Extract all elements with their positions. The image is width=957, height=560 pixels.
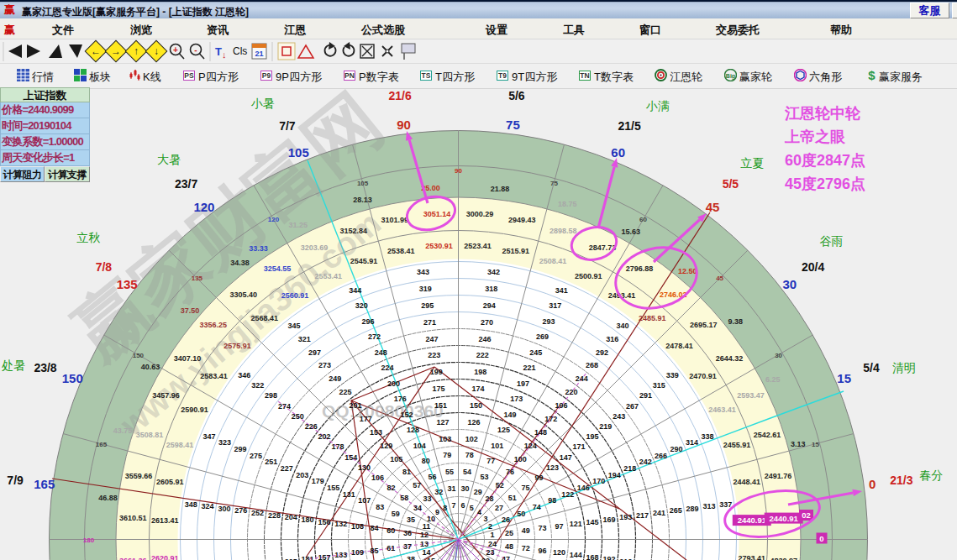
svg-text:315: 315 [653, 381, 665, 390]
svg-text:342: 342 [487, 268, 500, 276]
svg-text:35: 35 [407, 516, 415, 524]
svg-text:132: 132 [334, 520, 347, 528]
svg-text:81: 81 [402, 468, 411, 476]
svg-text:221: 221 [523, 364, 536, 372]
svg-text:246: 246 [478, 335, 491, 343]
svg-text:56: 56 [428, 473, 436, 481]
svg-text:76: 76 [506, 468, 514, 476]
svg-text:2898.58: 2898.58 [549, 227, 577, 235]
svg-text:2463.41: 2463.41 [708, 406, 736, 414]
svg-text:5/4: 5/4 [863, 361, 880, 374]
svg-text:101: 101 [491, 442, 503, 450]
svg-text:15: 15 [837, 371, 851, 385]
svg-text:大暑: 大暑 [157, 153, 181, 166]
svg-text:275: 275 [250, 452, 262, 460]
svg-text:52: 52 [496, 481, 504, 489]
svg-text:02: 02 [802, 510, 811, 520]
svg-text:97: 97 [555, 522, 563, 531]
svg-text:15: 15 [812, 441, 819, 448]
svg-text:21/5: 21/5 [618, 119, 640, 133]
svg-text:123: 123 [546, 463, 559, 472]
svg-text:227: 227 [281, 464, 293, 473]
svg-text:26: 26 [502, 516, 510, 524]
svg-text:7/8: 7/8 [96, 260, 113, 274]
svg-text:202: 202 [318, 432, 330, 441]
svg-text:168: 168 [586, 553, 599, 560]
svg-text:105: 105 [357, 180, 369, 187]
svg-text:30: 30 [460, 484, 469, 493]
svg-text:99: 99 [534, 474, 543, 482]
svg-text:294: 294 [483, 301, 496, 310]
svg-text:2583.41: 2583.41 [200, 372, 228, 380]
svg-text:104: 104 [413, 442, 426, 450]
svg-text:45: 45 [716, 275, 723, 282]
svg-text:15: 15 [427, 557, 435, 560]
svg-text:23: 23 [486, 548, 494, 557]
svg-text:2644.32: 2644.32 [716, 354, 744, 363]
svg-text:346: 346 [238, 371, 250, 379]
svg-text:201: 201 [350, 401, 362, 410]
svg-text:133: 133 [334, 551, 347, 559]
svg-text:176: 176 [394, 395, 407, 403]
svg-text:225: 225 [339, 388, 351, 396]
svg-text:2508.41: 2508.41 [539, 257, 567, 265]
svg-text:3.13: 3.13 [791, 440, 806, 448]
svg-text:299: 299 [234, 445, 246, 453]
svg-text:120: 120 [268, 216, 280, 223]
svg-text:2478.41: 2478.41 [665, 342, 693, 350]
svg-text:2590.91: 2590.91 [181, 406, 208, 414]
svg-text:2949.43: 2949.43 [508, 216, 536, 224]
svg-text:↓: ↓ [154, 45, 159, 57]
svg-text:28.13: 28.13 [353, 196, 372, 204]
svg-text:-: - [194, 45, 197, 55]
svg-text:18.75: 18.75 [558, 200, 577, 208]
svg-text:320: 320 [355, 301, 368, 310]
svg-text:3457.96: 3457.96 [152, 391, 180, 400]
svg-text:清明: 清明 [892, 361, 916, 374]
svg-text:2593.47: 2593.47 [737, 391, 765, 400]
svg-text:300: 300 [218, 505, 230, 513]
svg-text:154: 154 [344, 453, 357, 462]
svg-text:3407.10: 3407.10 [174, 354, 202, 363]
svg-text:↑: ↑ [134, 45, 139, 57]
svg-text:45: 45 [706, 200, 720, 214]
svg-text:75: 75 [522, 484, 530, 492]
svg-text:156: 156 [318, 518, 330, 526]
svg-text:33: 33 [423, 495, 431, 503]
svg-text:3356.25: 3356.25 [200, 321, 228, 329]
svg-text:252: 252 [251, 509, 264, 517]
svg-text:153: 153 [370, 428, 382, 437]
svg-text:27: 27 [495, 504, 503, 512]
svg-text:51: 51 [508, 494, 517, 502]
svg-text:180: 180 [83, 536, 95, 544]
svg-text:2560.91: 2560.91 [281, 291, 309, 300]
svg-text:60度2847点: 60度2847点 [785, 152, 865, 169]
svg-text:2491.76: 2491.76 [765, 472, 792, 480]
svg-text:31.25: 31.25 [289, 221, 308, 229]
svg-text:2605.91: 2605.91 [156, 478, 184, 486]
svg-text:192: 192 [602, 555, 615, 560]
svg-text:38: 38 [407, 555, 415, 560]
svg-text:60: 60 [386, 526, 395, 535]
svg-text:Cls: Cls [233, 45, 247, 57]
svg-text:T: T [215, 45, 222, 58]
svg-text:96: 96 [539, 547, 547, 555]
svg-text:3610.51: 3610.51 [119, 514, 147, 522]
svg-text:122: 122 [561, 490, 574, 499]
svg-text:3661.36: 3661.36 [119, 557, 147, 560]
svg-text:75: 75 [550, 180, 558, 187]
svg-text:245: 245 [529, 348, 542, 357]
svg-text:165: 165 [96, 441, 108, 448]
svg-text:173: 173 [510, 395, 523, 403]
svg-text:337: 337 [719, 500, 732, 509]
svg-text:34.38: 34.38 [230, 259, 250, 267]
svg-text:109: 109 [351, 548, 364, 557]
svg-text:30: 30 [775, 352, 782, 359]
svg-text:12.50: 12.50 [678, 267, 697, 275]
svg-text:105: 105 [390, 455, 402, 463]
svg-text:130: 130 [358, 463, 371, 472]
svg-text:57: 57 [413, 481, 421, 489]
svg-text:157: 157 [318, 553, 330, 560]
svg-text:171: 171 [573, 442, 586, 451]
svg-text:243: 243 [613, 412, 625, 421]
